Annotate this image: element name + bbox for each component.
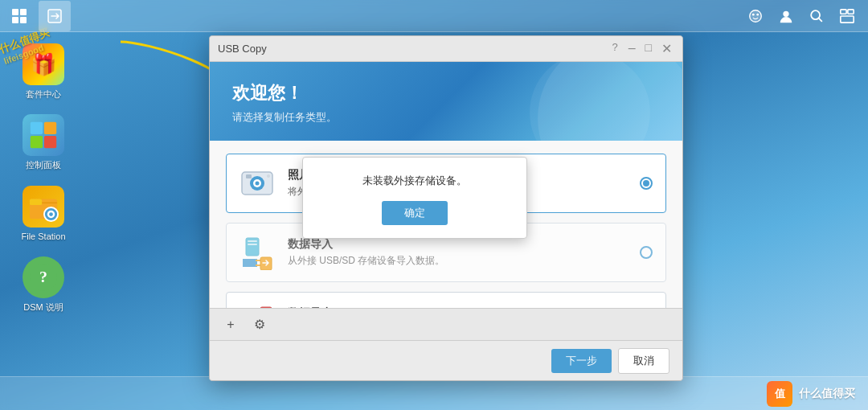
search-icon[interactable]: [804, 3, 829, 29]
dialog-welcome-subtitle: 请选择复制任务类型。: [232, 110, 660, 125]
help-icon[interactable]: ?: [612, 41, 617, 56]
svg-rect-12: [841, 16, 854, 23]
svg-rect-2: [12, 17, 18, 23]
data-export-icon: [240, 304, 275, 308]
taskbar-right: [743, 3, 868, 29]
svg-rect-14: [44, 122, 56, 134]
bottom-bar: 值 什么值得买: [0, 376, 868, 410]
settings-button[interactable]: ⚙: [248, 314, 271, 336]
svg-rect-11: [848, 9, 854, 13]
svg-rect-15: [31, 136, 43, 148]
svg-point-8: [783, 10, 788, 16]
cancel-button[interactable]: 取消: [618, 348, 669, 374]
control-panel-img: [23, 114, 64, 156]
svg-rect-32: [248, 240, 257, 242]
control-panel-icon[interactable]: 控制面板: [11, 111, 76, 174]
dialog-bottom-bar: + ⚙: [210, 308, 682, 340]
dsm-help-icon[interactable]: ? DSM 说明: [11, 253, 76, 316]
dialog-header: 欢迎您！ 请选择复制任务类型。: [210, 62, 682, 141]
data-export-title: 数据导出: [288, 306, 531, 308]
svg-rect-0: [12, 9, 18, 15]
brand-area: 值 什么值得买: [767, 381, 855, 407]
dsm-help-label: DSM 说明: [23, 301, 63, 313]
data-import-title: 数据导入: [288, 237, 444, 252]
alert-message: 未装载外接存储设备。: [319, 174, 510, 188]
svg-rect-34: [260, 257, 272, 270]
svg-point-30: [267, 174, 270, 178]
desktop-icons: 🎁 套件中心 控制面板 File Station: [11, 40, 76, 316]
dialog-title-controls: ? – □ ✕: [612, 41, 674, 56]
control-panel-label: 控制面板: [26, 159, 61, 170]
svg-rect-29: [246, 174, 252, 178]
svg-rect-33: [248, 244, 257, 245]
alert-buttons: 确定: [319, 201, 510, 225]
dsm-help-img: ?: [23, 256, 64, 298]
svg-rect-18: [30, 199, 42, 205]
close-button[interactable]: ✕: [659, 41, 674, 56]
svg-rect-16: [44, 136, 56, 148]
dialog-footer: 下一步 取消: [210, 340, 682, 380]
add-task-button[interactable]: +: [219, 314, 242, 336]
svg-rect-3: [20, 17, 27, 23]
next-button[interactable]: 下一步: [551, 349, 612, 373]
data-import-icon: [240, 235, 275, 270]
dialog-title-text: USB Copy: [218, 43, 267, 55]
taskbar-left: [0, 1, 71, 31]
usb-copy-taskbar-button[interactable]: [39, 1, 71, 31]
svg-rect-10: [841, 9, 846, 13]
dialog-welcome-title: 欢迎您！: [232, 81, 660, 105]
brand-icon: 值: [767, 381, 792, 407]
apps-grid-button[interactable]: [3, 1, 35, 31]
svg-point-6: [752, 13, 755, 15]
brand-text: 什么值得买: [799, 387, 855, 401]
photo-import-radio[interactable]: [640, 177, 653, 190]
svg-text:?: ?: [39, 268, 47, 285]
package-center-icon[interactable]: 🎁 套件中心: [11, 40, 76, 103]
package-center-label: 套件中心: [26, 88, 61, 100]
data-import-desc: 从外接 USB/SD 存储设备导入数据。: [288, 254, 444, 268]
svg-point-7: [756, 13, 759, 15]
taskbar: [0, 0, 868, 32]
notifications-icon[interactable]: [743, 3, 768, 29]
file-station-icon[interactable]: File Station: [11, 182, 76, 245]
data-export-option[interactable]: 数据导出 将数据从 Synology NAS 导出到外接 USB/SD 存储设备…: [226, 292, 666, 308]
data-import-content: 数据导入 从外接 USB/SD 存储设备导入数据。: [288, 237, 444, 268]
svg-point-21: [49, 212, 53, 216]
svg-point-5: [750, 10, 762, 22]
minimize-button[interactable]: –: [626, 41, 638, 56]
svg-point-28: [256, 182, 260, 186]
svg-rect-38: [260, 307, 272, 308]
data-import-radio[interactable]: [640, 246, 653, 259]
file-station-img: [23, 186, 64, 228]
maximize-button[interactable]: □: [643, 41, 654, 56]
file-station-label: File Station: [21, 231, 65, 242]
svg-rect-13: [31, 122, 43, 134]
user-icon[interactable]: [773, 3, 799, 29]
data-export-content: 数据导出 将数据从 Synology NAS 导出到外接 USB/SD 存储设备…: [288, 306, 531, 308]
dialog-title-bar: USB Copy ? – □ ✕: [210, 36, 682, 62]
windows-icon[interactable]: [834, 3, 860, 29]
photo-import-icon: [240, 166, 275, 201]
package-center-img: 🎁: [23, 43, 64, 85]
svg-rect-1: [20, 9, 27, 15]
alert-confirm-button[interactable]: 确定: [382, 201, 448, 225]
alert-dialog: 未装载外接存储设备。 确定: [302, 157, 527, 239]
